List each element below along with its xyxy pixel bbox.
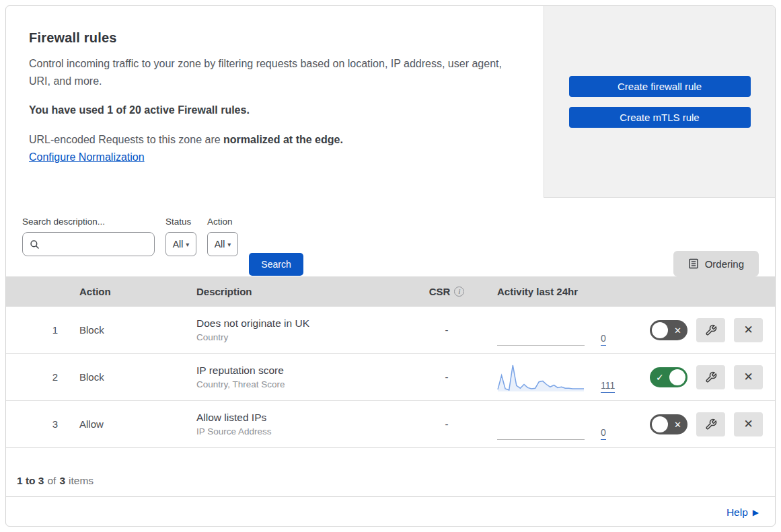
action-dropdown[interactable]: All ▾ xyxy=(207,232,238,256)
rule-controls: ✕ ✕ xyxy=(642,318,775,342)
create-firewall-rule-button[interactable]: Create firewall rule xyxy=(569,76,751,97)
items-of: of xyxy=(47,475,56,487)
rule-title: Does not originate in UK xyxy=(196,317,413,330)
wrench-icon xyxy=(705,324,717,336)
status-group: Status All ▾ xyxy=(165,217,196,256)
chevron-down-icon: ▾ xyxy=(186,241,189,248)
intro-panel: Firewall rules Control incoming traffic … xyxy=(6,6,544,198)
wrench-icon xyxy=(705,418,717,430)
activity-sparkline-empty xyxy=(497,315,585,346)
close-icon: ✕ xyxy=(743,370,753,384)
enable-toggle[interactable]: ✓ xyxy=(650,367,687,387)
help-label: Help xyxy=(727,506,748,519)
enable-toggle[interactable]: ✕ xyxy=(650,320,687,340)
delete-rule-button[interactable]: ✕ xyxy=(734,412,763,436)
edit-rule-button[interactable] xyxy=(696,318,725,342)
edit-rule-button[interactable] xyxy=(696,412,725,436)
actions-panel: Create firewall rule Create mTLS rule xyxy=(544,6,775,198)
rule-priority: 1 xyxy=(6,324,70,336)
rule-activity: 0 xyxy=(480,409,642,440)
ordering-button[interactable]: Ordering xyxy=(673,251,759,276)
help-bar: Help ▶ xyxy=(6,497,775,527)
rule-description: Does not originate in UK Country xyxy=(191,317,413,342)
action-group: Action All ▾ xyxy=(207,217,238,256)
rule-controls: ✕ ✕ xyxy=(642,412,775,436)
firewall-rules-card: Firewall rules Control incoming traffic … xyxy=(5,5,776,527)
rule-description: Allow listed IPs IP Source Address xyxy=(191,412,413,436)
info-icon[interactable]: i xyxy=(454,287,464,297)
status-dropdown-value: All xyxy=(173,239,184,250)
ordering-list-icon xyxy=(688,258,699,269)
rule-csr: - xyxy=(413,371,480,383)
chevron-down-icon: ▾ xyxy=(227,241,231,248)
rule-action: Block xyxy=(70,324,191,336)
table-header: Action Description CSR i Activity last 2… xyxy=(6,276,775,307)
configure-normalization-link[interactable]: Configure Normalization xyxy=(29,151,145,163)
action-label: Action xyxy=(207,217,238,227)
help-arrow-icon: ▶ xyxy=(753,508,759,517)
status-label: Status xyxy=(165,217,196,227)
rule-fields: Country xyxy=(196,332,413,342)
action-column-header: Action xyxy=(70,286,191,297)
intro-description: Control incoming traffic to your zone by… xyxy=(29,55,517,89)
items-range: 1 to 3 xyxy=(17,475,44,487)
rule-csr: - xyxy=(413,418,480,430)
toggle-off-x-icon: ✕ xyxy=(674,326,681,334)
toggle-knob xyxy=(652,416,668,432)
close-icon: ✕ xyxy=(743,323,753,337)
rule-fields: IP Source Address xyxy=(196,426,413,436)
description-column-header: Description xyxy=(191,286,413,297)
search-group: Search description... xyxy=(22,217,155,256)
rule-title: IP reputation score xyxy=(196,365,413,377)
rule-action: Block xyxy=(70,371,191,383)
toggle-knob xyxy=(652,322,668,338)
rule-activity: 0 xyxy=(480,315,642,346)
table-row: 3 Allow Allow listed IPs IP Source Addre… xyxy=(6,401,775,448)
toggle-off-x-icon: ✕ xyxy=(674,420,681,428)
rule-activity: 111 xyxy=(480,362,642,393)
activity-count-link[interactable]: 0 xyxy=(601,427,606,440)
help-link[interactable]: Help ▶ xyxy=(727,506,759,519)
page-title: Firewall rules xyxy=(29,30,517,46)
normalization-prefix: URL-encoded Requests to this zone are xyxy=(29,134,223,145)
rule-fields: Country, Threat Score xyxy=(196,379,413,389)
rule-action: Allow xyxy=(70,418,191,430)
rule-controls: ✓ ✕ xyxy=(642,365,775,389)
search-button[interactable]: Search xyxy=(249,253,303,276)
rule-title: Allow listed IPs xyxy=(196,412,413,424)
create-mtls-rule-button[interactable]: Create mTLS rule xyxy=(569,107,751,128)
csr-column-header: CSR i xyxy=(413,286,480,297)
search-icon xyxy=(30,239,40,250)
table-row: 2 Block IP reputation score Country, Thr… xyxy=(6,354,775,401)
toggle-knob xyxy=(669,369,685,385)
wrench-icon xyxy=(705,371,717,383)
delete-rule-button[interactable]: ✕ xyxy=(734,365,763,389)
status-dropdown[interactable]: All ▾ xyxy=(165,232,196,256)
activity-sparkline-chart xyxy=(497,362,585,393)
usage-line: You have used 1 of 20 active Firewall ru… xyxy=(29,104,517,116)
normalization-line: URL-encoded Requests to this zone are no… xyxy=(29,134,517,146)
enable-toggle[interactable]: ✕ xyxy=(650,414,687,434)
items-total: 3 xyxy=(59,475,65,487)
activity-count-link[interactable]: 0 xyxy=(601,333,606,346)
normalization-bold: normalized at the edge. xyxy=(223,134,343,145)
toggle-on-check-icon: ✓ xyxy=(656,373,664,382)
pagination-summary: 1 to 3 of 3 items xyxy=(6,448,775,497)
close-icon: ✕ xyxy=(743,417,753,431)
filter-bar: Search description... Status All ▾ Actio… xyxy=(6,198,775,276)
search-label: Search description... xyxy=(22,217,155,227)
action-dropdown-value: All xyxy=(215,239,225,250)
table-row: 1 Block Does not originate in UK Country… xyxy=(6,307,775,354)
top-section: Firewall rules Control incoming traffic … xyxy=(6,6,775,198)
search-input[interactable] xyxy=(44,239,145,250)
search-box[interactable] xyxy=(22,232,155,256)
rule-csr: - xyxy=(413,324,480,336)
items-word: items xyxy=(69,475,94,487)
delete-rule-button[interactable]: ✕ xyxy=(734,318,763,342)
edit-rule-button[interactable] xyxy=(696,365,725,389)
rule-priority: 3 xyxy=(6,418,70,430)
activity-column-header: Activity last 24hr xyxy=(480,286,642,297)
activity-count-link[interactable]: 111 xyxy=(601,380,615,393)
rule-priority: 2 xyxy=(6,371,70,383)
csr-header-label: CSR xyxy=(429,286,451,297)
